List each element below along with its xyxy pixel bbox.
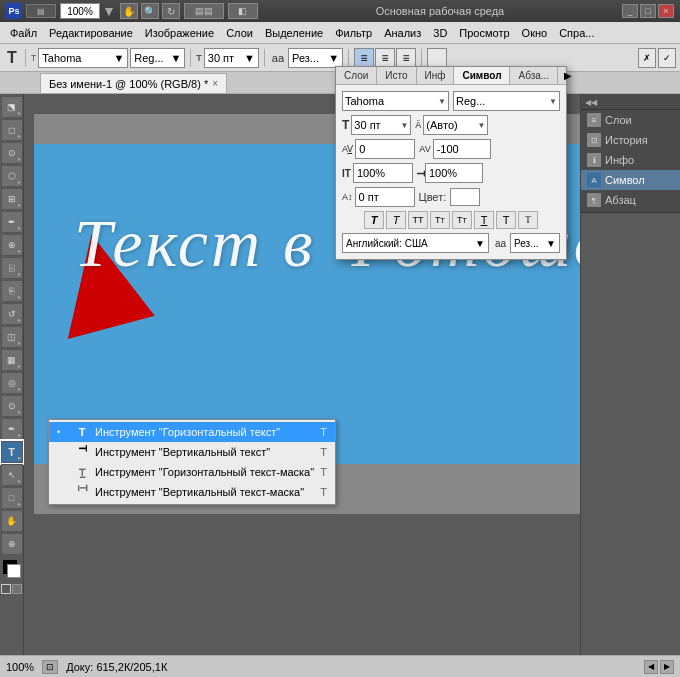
zoom-dropdown-arrow[interactable]: ▼ bbox=[102, 3, 116, 19]
frac-btn[interactable]: 𝕋 bbox=[518, 211, 538, 229]
subscript-btn[interactable]: TT bbox=[452, 211, 472, 229]
eyedropper-btn[interactable]: ✒▸ bbox=[1, 211, 23, 233]
maximize-btn[interactable]: □ bbox=[640, 4, 656, 18]
text-tool-btn[interactable]: T▸ bbox=[1, 441, 23, 463]
menu-edit[interactable]: Редактирование bbox=[43, 25, 139, 41]
nav-prev-btn[interactable]: ◀ bbox=[644, 660, 658, 674]
hand-tool-btn[interactable]: ✋ bbox=[1, 510, 23, 532]
path-select-btn[interactable]: ↖▸ bbox=[1, 464, 23, 486]
nav-next-btn[interactable]: ▶ bbox=[660, 660, 674, 674]
eraser-btn[interactable]: ◫▸ bbox=[1, 326, 23, 348]
menu-window[interactable]: Окно bbox=[516, 25, 554, 41]
background-color[interactable] bbox=[7, 564, 21, 578]
strikethrough-btn[interactable]: T bbox=[496, 211, 516, 229]
cp-lang-select[interactable]: Английский: США ▼ bbox=[342, 233, 489, 253]
cp-hscale[interactable]: 100% bbox=[353, 163, 413, 183]
font-style-dropdown[interactable]: Reg... ▼ bbox=[130, 48, 185, 68]
ps-options[interactable]: ▤ bbox=[26, 4, 56, 18]
minimize-btn[interactable]: _ bbox=[622, 4, 638, 18]
cp-tab-paragraph[interactable]: Абза... bbox=[510, 67, 558, 84]
menu-view[interactable]: Просмотр bbox=[453, 25, 515, 41]
font-size-dropdown[interactable]: 30 пт ▼ bbox=[204, 48, 259, 68]
italic-btn[interactable]: T bbox=[364, 211, 384, 229]
tool-vertical-text[interactable]: T Инструмент "Вертикальный текст" T bbox=[49, 442, 335, 462]
panel-tab-history[interactable]: ⊡ История bbox=[581, 130, 680, 150]
document-tab[interactable]: Без имени-1 @ 100% (RGB/8) * × bbox=[40, 73, 227, 93]
cp-more-btn[interactable]: ▶ bbox=[558, 67, 578, 84]
align-right-btn[interactable]: ≡ bbox=[396, 48, 416, 68]
panel-collapse-btn[interactable]: ◀◀ bbox=[585, 98, 597, 107]
cp-tab-info[interactable]: Инф bbox=[417, 67, 455, 84]
zoom-preview-btn[interactable]: ⊡ bbox=[42, 660, 58, 674]
confirm-edit-btn[interactable]: ✓ bbox=[658, 48, 676, 68]
menu-file[interactable]: Файл bbox=[4, 25, 43, 41]
hand-tool-btn[interactable]: ✋ bbox=[120, 3, 138, 19]
align-center-btn[interactable]: ≡ bbox=[375, 48, 395, 68]
panel-tab-info[interactable]: ℹ Инфо bbox=[581, 150, 680, 170]
normal-mode-btn[interactable] bbox=[1, 584, 11, 594]
cancel-edit-btn[interactable]: ✗ bbox=[638, 48, 656, 68]
zoom-value[interactable]: 100% bbox=[60, 3, 100, 19]
font-style-value: Reg... bbox=[134, 52, 163, 64]
cp-baseline[interactable]: 0 пт bbox=[355, 187, 415, 207]
panel-tab-layers[interactable]: ≡ Слои bbox=[581, 110, 680, 130]
brush-tool-btn[interactable]: ⌻▸ bbox=[1, 257, 23, 279]
allcaps-btn[interactable]: TT bbox=[408, 211, 428, 229]
shape-tool-btn[interactable]: □▸ bbox=[1, 487, 23, 509]
color-swatch[interactable] bbox=[427, 48, 447, 68]
cp-tab-layers[interactable]: Слои bbox=[336, 67, 377, 84]
cp-aa-select[interactable]: Рез... ▼ bbox=[510, 233, 560, 253]
cp-kerning[interactable]: -100 bbox=[433, 139, 491, 159]
cp-font-style[interactable]: Reg... ▼ bbox=[453, 91, 560, 111]
font-size-icon-cp: T bbox=[342, 118, 349, 132]
cp-vscale[interactable]: 100% bbox=[425, 163, 483, 183]
italic2-btn[interactable]: T bbox=[386, 211, 406, 229]
tool-v-text-mask[interactable]: T̲ Инструмент "Вертикальный текст-маска"… bbox=[49, 482, 335, 502]
arrange-btn[interactable]: ▤▤ bbox=[184, 3, 224, 19]
aa-dropdown[interactable]: Рез... ▼ bbox=[288, 48, 343, 68]
font-name-dropdown[interactable]: Tahoma ▼ bbox=[38, 48, 128, 68]
cp-tracking[interactable]: 0 bbox=[355, 139, 415, 159]
zoom-tool-btn[interactable]: 🔍 bbox=[141, 3, 159, 19]
cp-leading[interactable]: (Авто) ▼ bbox=[423, 115, 488, 135]
align-left-btn[interactable]: ≡ bbox=[354, 48, 374, 68]
tab-close-btn[interactable]: × bbox=[212, 78, 218, 89]
rotate-view-btn[interactable]: ↻ bbox=[162, 3, 180, 19]
cp-tab-history[interactable]: Исто bbox=[377, 67, 416, 84]
menu-3d[interactable]: 3D bbox=[427, 25, 453, 41]
healing-btn[interactable]: ⊕▸ bbox=[1, 234, 23, 256]
menu-select[interactable]: Выделение bbox=[259, 25, 329, 41]
cp-color-swatch[interactable] bbox=[450, 188, 480, 206]
zoom-control[interactable]: 100% ▼ bbox=[60, 3, 116, 19]
superscript-btn[interactable]: TT bbox=[430, 211, 450, 229]
panel-tab-paragraph[interactable]: ¶ Абзац bbox=[581, 190, 680, 210]
cp-font-size[interactable]: 30 пт ▼ bbox=[351, 115, 411, 135]
gradient-btn[interactable]: ▦▸ bbox=[1, 349, 23, 371]
mask-mode-btn[interactable] bbox=[12, 584, 22, 594]
extras-btn[interactable]: ◧ bbox=[228, 3, 258, 19]
tool-h-text-mask[interactable]: T̲ Инструмент "Горизонтальный текст-маск… bbox=[49, 462, 335, 482]
crop-tool-btn[interactable]: ⊞▸ bbox=[1, 188, 23, 210]
panel-tab-symbol[interactable]: A Символ bbox=[581, 170, 680, 190]
underline-btn[interactable]: T bbox=[474, 211, 494, 229]
lasso-tool-btn[interactable]: ⊙▸ bbox=[1, 142, 23, 164]
menu-analyze[interactable]: Анализ bbox=[378, 25, 427, 41]
menu-layers[interactable]: Слои bbox=[220, 25, 259, 41]
history-brush-btn[interactable]: ↺▸ bbox=[1, 303, 23, 325]
tool-horizontal-text[interactable]: • T Инструмент "Горизонтальный текст" T bbox=[49, 422, 335, 442]
zoom-tool-btn-left[interactable]: ⊕ bbox=[1, 533, 23, 555]
marquee-tool-btn[interactable]: ▢▸ bbox=[1, 119, 23, 141]
menu-help[interactable]: Спра... bbox=[553, 25, 600, 41]
clone-stamp-btn[interactable]: ⎘▸ bbox=[1, 280, 23, 302]
blur-btn[interactable]: ◎▸ bbox=[1, 372, 23, 394]
cp-tab-symbol[interactable]: Символ bbox=[454, 67, 510, 84]
move-tool-btn[interactable]: ⬔▸ bbox=[1, 96, 23, 118]
menu-image[interactable]: Изображение bbox=[139, 25, 220, 41]
close-btn[interactable]: × bbox=[658, 4, 674, 18]
pen-tool-btn[interactable]: ✒▸ bbox=[1, 418, 23, 440]
cp-font-name[interactable]: Tahoma ▼ bbox=[342, 91, 449, 111]
dodge-btn[interactable]: ⊙▸ bbox=[1, 395, 23, 417]
quick-select-btn[interactable]: ⬡▸ bbox=[1, 165, 23, 187]
view-tools: ✋ 🔍 ↻ bbox=[120, 3, 180, 19]
menu-filter[interactable]: Фильтр bbox=[329, 25, 378, 41]
